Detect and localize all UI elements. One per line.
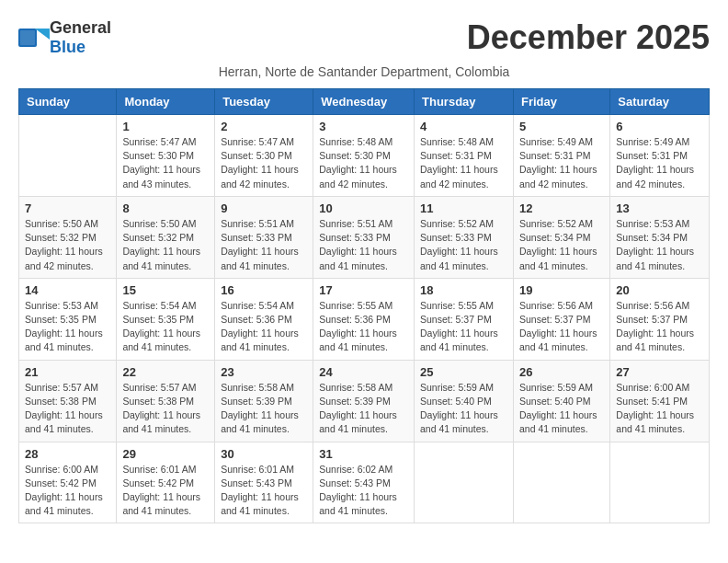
- day-info: Sunrise: 5:48 AM Sunset: 5:31 PM Dayligh…: [420, 135, 507, 191]
- calendar-cell: 1Sunrise: 5:47 AM Sunset: 5:30 PM Daylig…: [117, 115, 215, 197]
- calendar-cell: 24Sunrise: 5:58 AM Sunset: 5:39 PM Dayli…: [313, 360, 415, 442]
- day-number: 7: [25, 201, 110, 215]
- day-info: Sunrise: 5:58 AM Sunset: 5:39 PM Dayligh…: [319, 381, 408, 437]
- day-number: 23: [221, 365, 307, 379]
- calendar-cell: [19, 115, 117, 197]
- calendar-cell: 27Sunrise: 6:00 AM Sunset: 5:41 PM Dayli…: [610, 360, 710, 442]
- day-number: 9: [221, 201, 307, 215]
- day-info: Sunrise: 6:00 AM Sunset: 5:42 PM Dayligh…: [25, 463, 110, 519]
- calendar-cell: 7Sunrise: 5:50 AM Sunset: 5:32 PM Daylig…: [19, 196, 117, 278]
- calendar-cell: 19Sunrise: 5:56 AM Sunset: 5:37 PM Dayli…: [513, 278, 609, 360]
- calendar-cell: [610, 442, 710, 523]
- day-header-friday: Friday: [513, 89, 609, 115]
- calendar-cell: [513, 442, 609, 523]
- calendar-week-row: 28Sunrise: 6:00 AM Sunset: 5:42 PM Dayli…: [19, 442, 710, 523]
- day-number: 19: [519, 283, 604, 297]
- day-number: 13: [616, 201, 703, 215]
- day-info: Sunrise: 5:47 AM Sunset: 5:30 PM Dayligh…: [221, 135, 307, 191]
- day-number: 4: [420, 120, 507, 133]
- calendar-cell: 29Sunrise: 6:01 AM Sunset: 5:42 PM Dayli…: [117, 442, 215, 523]
- day-info: Sunrise: 6:01 AM Sunset: 5:43 PM Dayligh…: [221, 463, 307, 519]
- day-info: Sunrise: 5:52 AM Sunset: 5:33 PM Dayligh…: [420, 217, 507, 273]
- day-info: Sunrise: 5:56 AM Sunset: 5:37 PM Dayligh…: [519, 299, 604, 355]
- calendar-cell: 15Sunrise: 5:54 AM Sunset: 5:35 PM Dayli…: [117, 278, 215, 360]
- svg-rect-2: [20, 30, 35, 45]
- day-info: Sunrise: 5:55 AM Sunset: 5:36 PM Dayligh…: [319, 299, 408, 355]
- day-info: Sunrise: 5:53 AM Sunset: 5:34 PM Dayligh…: [616, 217, 703, 273]
- day-info: Sunrise: 5:55 AM Sunset: 5:37 PM Dayligh…: [420, 299, 507, 355]
- calendar-header-row: SundayMondayTuesdayWednesdayThursdayFrid…: [19, 89, 710, 115]
- day-info: Sunrise: 5:50 AM Sunset: 5:32 PM Dayligh…: [122, 217, 209, 273]
- day-info: Sunrise: 5:49 AM Sunset: 5:31 PM Dayligh…: [616, 135, 703, 191]
- day-number: 5: [519, 120, 604, 133]
- day-header-wednesday: Wednesday: [313, 89, 415, 115]
- day-info: Sunrise: 5:52 AM Sunset: 5:34 PM Dayligh…: [519, 217, 604, 273]
- day-number: 22: [122, 365, 209, 379]
- calendar-cell: 11Sunrise: 5:52 AM Sunset: 5:33 PM Dayli…: [415, 196, 514, 278]
- day-info: Sunrise: 5:57 AM Sunset: 5:38 PM Dayligh…: [25, 381, 110, 437]
- calendar-cell: 25Sunrise: 5:59 AM Sunset: 5:40 PM Dayli…: [415, 360, 514, 442]
- day-info: Sunrise: 5:48 AM Sunset: 5:30 PM Dayligh…: [319, 135, 408, 191]
- day-info: Sunrise: 5:54 AM Sunset: 5:35 PM Dayligh…: [122, 299, 209, 355]
- calendar-cell: 23Sunrise: 5:58 AM Sunset: 5:39 PM Dayli…: [215, 360, 313, 442]
- day-info: Sunrise: 6:00 AM Sunset: 5:41 PM Dayligh…: [616, 381, 703, 437]
- day-number: 6: [616, 120, 703, 133]
- calendar-cell: 22Sunrise: 5:57 AM Sunset: 5:38 PM Dayli…: [117, 360, 215, 442]
- calendar-cell: 13Sunrise: 5:53 AM Sunset: 5:34 PM Dayli…: [610, 196, 710, 278]
- calendar-cell: 9Sunrise: 5:51 AM Sunset: 5:33 PM Daylig…: [215, 196, 313, 278]
- logo-icon: [18, 25, 50, 51]
- day-info: Sunrise: 5:47 AM Sunset: 5:30 PM Dayligh…: [122, 135, 209, 191]
- day-info: Sunrise: 5:58 AM Sunset: 5:39 PM Dayligh…: [221, 381, 307, 437]
- day-number: 2: [221, 120, 307, 133]
- day-number: 24: [319, 365, 408, 379]
- day-info: Sunrise: 5:59 AM Sunset: 5:40 PM Dayligh…: [420, 381, 507, 437]
- day-number: 11: [420, 201, 507, 215]
- day-number: 30: [221, 447, 307, 461]
- day-number: 8: [122, 201, 209, 215]
- month-title: December 2025: [467, 18, 710, 57]
- day-number: 31: [319, 447, 408, 461]
- calendar-cell: 21Sunrise: 5:57 AM Sunset: 5:38 PM Dayli…: [19, 360, 117, 442]
- calendar-cell: 8Sunrise: 5:50 AM Sunset: 5:32 PM Daylig…: [117, 196, 215, 278]
- day-number: 15: [122, 283, 209, 297]
- calendar-cell: 30Sunrise: 6:01 AM Sunset: 5:43 PM Dayli…: [215, 442, 313, 523]
- day-number: 20: [616, 283, 703, 297]
- day-info: Sunrise: 5:57 AM Sunset: 5:38 PM Dayligh…: [122, 381, 209, 437]
- day-info: Sunrise: 5:53 AM Sunset: 5:35 PM Dayligh…: [25, 299, 110, 355]
- calendar-week-row: 7Sunrise: 5:50 AM Sunset: 5:32 PM Daylig…: [19, 196, 710, 278]
- calendar-cell: 20Sunrise: 5:56 AM Sunset: 5:37 PM Dayli…: [610, 278, 710, 360]
- day-info: Sunrise: 5:56 AM Sunset: 5:37 PM Dayligh…: [616, 299, 703, 355]
- calendar-cell: 17Sunrise: 5:55 AM Sunset: 5:36 PM Dayli…: [313, 278, 415, 360]
- day-number: 16: [221, 283, 307, 297]
- header: General Blue December 2025: [18, 18, 710, 57]
- day-number: 26: [519, 365, 604, 379]
- day-header-saturday: Saturday: [610, 89, 710, 115]
- day-header-sunday: Sunday: [19, 89, 117, 115]
- calendar-cell: 12Sunrise: 5:52 AM Sunset: 5:34 PM Dayli…: [513, 196, 609, 278]
- calendar-cell: 4Sunrise: 5:48 AM Sunset: 5:31 PM Daylig…: [415, 115, 514, 197]
- day-info: Sunrise: 5:59 AM Sunset: 5:40 PM Dayligh…: [519, 381, 604, 437]
- day-info: Sunrise: 5:51 AM Sunset: 5:33 PM Dayligh…: [221, 217, 307, 273]
- calendar: SundayMondayTuesdayWednesdayThursdayFrid…: [18, 88, 710, 523]
- day-number: 17: [319, 283, 408, 297]
- calendar-cell: 5Sunrise: 5:49 AM Sunset: 5:31 PM Daylig…: [513, 115, 609, 197]
- day-number: 18: [420, 283, 507, 297]
- calendar-cell: 14Sunrise: 5:53 AM Sunset: 5:35 PM Dayli…: [19, 278, 117, 360]
- subtitle: Herran, Norte de Santander Department, C…: [18, 64, 710, 79]
- day-header-thursday: Thursday: [415, 89, 514, 115]
- logo-blue-text: Blue: [50, 38, 85, 56]
- day-info: Sunrise: 6:02 AM Sunset: 5:43 PM Dayligh…: [319, 463, 408, 519]
- day-info: Sunrise: 6:01 AM Sunset: 5:42 PM Dayligh…: [122, 463, 209, 519]
- day-number: 21: [25, 365, 110, 379]
- day-info: Sunrise: 5:50 AM Sunset: 5:32 PM Dayligh…: [25, 217, 110, 273]
- day-number: 14: [25, 283, 110, 297]
- day-number: 1: [122, 120, 209, 133]
- calendar-cell: 16Sunrise: 5:54 AM Sunset: 5:36 PM Dayli…: [215, 278, 313, 360]
- calendar-week-row: 14Sunrise: 5:53 AM Sunset: 5:35 PM Dayli…: [19, 278, 710, 360]
- day-info: Sunrise: 5:49 AM Sunset: 5:31 PM Dayligh…: [519, 135, 604, 191]
- calendar-cell: 6Sunrise: 5:49 AM Sunset: 5:31 PM Daylig…: [610, 115, 710, 197]
- day-header-monday: Monday: [117, 89, 215, 115]
- calendar-week-row: 1Sunrise: 5:47 AM Sunset: 5:30 PM Daylig…: [19, 115, 710, 197]
- calendar-cell: [415, 442, 514, 523]
- calendar-cell: 10Sunrise: 5:51 AM Sunset: 5:33 PM Dayli…: [313, 196, 415, 278]
